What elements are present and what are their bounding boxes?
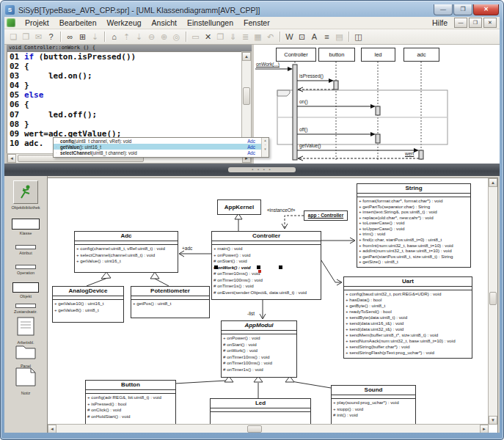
class-adc[interactable]: Adc+ config(channel:uint8_t, vRef:uint8_…	[74, 231, 178, 273]
mdi-minimize-button[interactable]: —	[454, 18, 467, 28]
palette-item-objektbibliothek[interactable]: Objektbibliothek	[4, 180, 47, 210]
operation-row[interactable]: + trim() : void	[359, 231, 470, 237]
delete-icon[interactable]: ✕	[202, 31, 214, 43]
object-app-controller[interactable]: app : Controller	[304, 210, 348, 221]
palette-item-panel[interactable]: Panel	[4, 343, 47, 368]
menu-item-hilfe[interactable]: Hilfe	[427, 18, 453, 28]
lifeline-controller[interactable]: Controller	[276, 48, 316, 62]
palette-item-zustandsattr[interactable]: Zustandsattr.	[4, 304, 47, 314]
title-bar[interactable]: S SiSyB[TypeBase_AVR_CPP.spr] - [UML Kla…	[5, 3, 499, 17]
operation-row[interactable]: + replace(old:char*, new:cahr*) : void	[359, 215, 470, 221]
scroll-up-arrow[interactable]: ▲	[489, 178, 497, 187]
operation-row[interactable]: + sendMem(buffer:uint8_t*, size:uint8_t)…	[346, 332, 472, 338]
autocomplete-item-config[interactable]: ·config(uint8_t channel, vRef): voidAdc	[54, 138, 263, 144]
word-export-icon[interactable]: W	[283, 31, 296, 43]
operation-row[interactable]: + addInt(num:uint32_t, base:uint8_t=10) …	[359, 248, 470, 254]
book-icon[interactable]: ◫	[352, 31, 365, 43]
operation-row[interactable]: + fromInt(num:uint32_t, base:uint8_t=10)…	[359, 243, 470, 249]
mdi-close-button[interactable]: ✕	[483, 18, 497, 28]
mdi-restore-button[interactable]: ❐	[469, 18, 482, 28]
scrollbar-thumb[interactable]	[489, 292, 497, 305]
scrollbar-thumb[interactable]	[247, 425, 262, 433]
operation-row[interactable]: + getValue8() : uint8_t	[54, 307, 123, 314]
font-icon[interactable]: A	[308, 31, 321, 43]
palette-item-objekt[interactable]: Objekt	[4, 282, 47, 298]
menu-item-fenster[interactable]: Fenster	[238, 18, 275, 28]
operation-row[interactable]: + format(format:char*, format:char*) : v…	[359, 198, 470, 204]
menu-item-projekt[interactable]: Projekt	[20, 18, 54, 28]
operation-row[interactable]: + getPartTo(separator:char) : String	[359, 204, 470, 210]
autocomplete-item-getvalue[interactable]: ·getValue (): uint16_tAdc	[54, 144, 263, 150]
operation-row[interactable]: + getValue() : uint16_t	[76, 258, 178, 265]
operation-row[interactable]: + sendByte(data:uint8_t) : void	[346, 315, 472, 320]
operation-row[interactable]: + getByte() : uint8_t	[346, 303, 472, 309]
scrollbar-thumb[interactable]	[243, 87, 250, 105]
operation-row[interactable]: + stopp() : void	[333, 406, 415, 413]
scroll-left-arrow[interactable]: ◄	[7, 154, 16, 163]
operation-row[interactable]: # onTimer1s() : void	[223, 367, 296, 373]
print-icon[interactable]: ⊡	[296, 31, 308, 43]
operation-row[interactable]: + getSize() : uint8_t	[359, 259, 470, 265]
operation-row[interactable]: # onTimer1s() : void	[213, 283, 321, 290]
palette-item-attribut[interactable]: Attribut	[4, 245, 47, 255]
align-icon[interactable]: ≡	[321, 31, 333, 43]
sequence-diagram-pane[interactable]: Controller button led adc onWork(...) is…	[254, 45, 500, 164]
operation-row[interactable]: + find(c:char, startPos:uint8_t=0) : uin…	[359, 237, 470, 243]
operation-row[interactable]: + config(baud:uint32_t, port:REG&=UDR) :…	[346, 291, 472, 297]
operation-row[interactable]: # onTimer10ms() : void	[223, 354, 296, 361]
operation-row[interactable]: + onPower() : void	[223, 335, 296, 342]
operation-row[interactable]: + toUpperCase() : void	[359, 226, 470, 232]
operation-row[interactable]: # onClick() : void	[87, 407, 175, 414]
home-icon[interactable]: ⌂	[108, 31, 120, 43]
operation-row[interactable]: + main() : void	[213, 246, 321, 252]
operation-row[interactable]: # onStart() : void	[213, 258, 321, 265]
operation-row[interactable]: + selectChannel(channel:uint8_t) : void	[76, 252, 178, 259]
mini-scrollbar[interactable]: • • • •	[228, 167, 296, 172]
class-uart[interactable]: Uart+ config(baud:uint32_t, port:REG&=UD…	[343, 276, 472, 359]
operation-row[interactable]: # onStart() : void	[223, 342, 296, 348]
operation-row[interactable]: # onTimer100ms() : void	[213, 277, 321, 284]
menu-item-bearbeiten[interactable]: Bearbeiten	[54, 18, 102, 28]
operation-row[interactable]: + readyToSend() : bool	[346, 309, 472, 315]
menu-item-einstellungen[interactable]: Einstellungen	[182, 18, 238, 28]
operation-row[interactable]: + insert(text:String&, pos:uint8_t) : vo…	[359, 209, 470, 215]
operation-row[interactable]: + sendStringFlash(pText:prog_uchar*) : v…	[346, 350, 472, 356]
scroll-down-arrow[interactable]: ▼	[489, 416, 497, 425]
canvas-horizontal-scrollbar[interactable]: ◄ ►	[48, 424, 489, 433]
lifeline-led[interactable]: led	[361, 48, 395, 62]
menu-item-ansicht[interactable]: Ansicht	[147, 18, 182, 28]
close-button[interactable]: ✕	[473, 4, 499, 15]
operation-row[interactable]: + toLowerCase() : void	[359, 220, 470, 226]
operation-row[interactable]: # onTimer100ms() : void	[223, 360, 296, 367]
operation-row[interactable]: # onHoldStart() : void	[87, 414, 175, 420]
class-potentiometer[interactable]: Potentiometer+ getPos() : uint8_t	[131, 286, 210, 318]
operation-row[interactable]: + sendString(buffer:char*) : void	[346, 344, 472, 350]
operation-row[interactable]: + getPart(startPos:uint8_t, size:uint8_t…	[359, 254, 470, 260]
class-diagram-canvas[interactable]: «instanceOf» app : Controller +adc -list…	[47, 177, 498, 433]
popup-scrollbar[interactable]: ▴-▾	[261, 138, 269, 157]
palette-item-notiz[interactable]: Notiz	[4, 367, 47, 395]
palette-item-operation[interactable]: Operation	[4, 265, 47, 275]
class-button[interactable]: Button+ config(adr:REG&, bit:uint8_t) : …	[85, 380, 176, 427]
operation-row[interactable]: # onWork() : void	[223, 348, 296, 354]
class-string[interactable]: String+ format(format:char*, format:char…	[357, 183, 471, 268]
class-controller[interactable]: Controller+ main() : void+ onPower() : v…	[211, 231, 321, 300]
operation-row[interactable]: + getPos() : uint8_t	[133, 301, 209, 307]
key-help-icon[interactable]: ?	[45, 31, 57, 43]
operation-row[interactable]: + isPressed() : bool	[87, 401, 175, 408]
operation-row[interactable]: + hasData() : bool	[346, 297, 472, 303]
restore-button[interactable]: ❐	[453, 4, 472, 15]
operation-row[interactable]: + onPower() : void	[213, 252, 321, 259]
class-appkernel[interactable]: AppKernel	[217, 199, 261, 215]
operation-row[interactable]: + config(channel:uint8_t, vRef:uint8_t) …	[76, 246, 178, 252]
operation-row[interactable]: + send(data:uint32_t&) : void	[346, 326, 472, 332]
minimize-button[interactable]: —	[434, 4, 453, 15]
scroll-left-arrow[interactable]: ◄	[48, 425, 56, 433]
operation-row[interactable]: # onWork() : void	[213, 265, 321, 271]
operation-row[interactable]: + getValue10() : uint16_t	[54, 301, 123, 307]
search-binoculars-icon[interactable]: ∞	[64, 31, 76, 43]
operation-row[interactable]: # init() : void	[333, 412, 415, 419]
scroll-up-arrow[interactable]: ▲	[242, 52, 251, 61]
palette-item-arbeitsbl[interactable]: Arbeitsbl.	[4, 317, 47, 345]
new-diagram-icon[interactable]: ⊞	[76, 31, 89, 43]
